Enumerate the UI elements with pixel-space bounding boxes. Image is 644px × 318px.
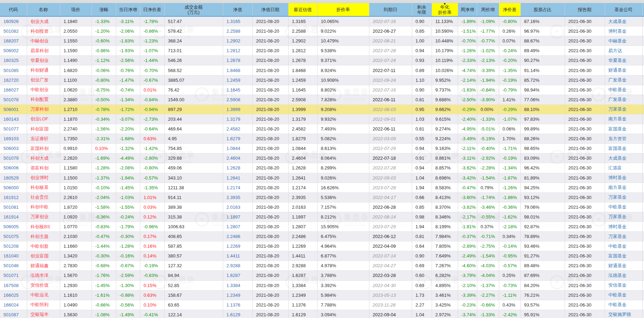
cell-company[interactable]: 博时基金 xyxy=(605,222,642,231)
cell-code[interactable]: 506002 xyxy=(0,46,27,56)
column-header-nav[interactable]: 净值 xyxy=(223,3,252,16)
cell-code[interactable]: 501208 xyxy=(0,241,27,251)
cell-company[interactable]: 汇添富 xyxy=(605,163,642,173)
cell-code[interactable]: 166027 xyxy=(0,85,27,95)
cell-nav[interactable]: 2.4582 xyxy=(223,124,252,134)
cell-company[interactable]: 富国基金 xyxy=(605,144,642,153)
cell-name[interactable]: 社会责任 xyxy=(27,192,60,202)
cell-code[interactable]: 501078 xyxy=(0,95,27,104)
cell-company[interactable]: 东方资管 xyxy=(605,134,642,144)
cell-name[interactable]: 中融创业 xyxy=(27,36,60,46)
cell-nav[interactable]: 2.9288 xyxy=(223,261,252,271)
cell-code[interactable]: 501081 xyxy=(0,202,27,212)
cell-code[interactable]: 161040 xyxy=(0,251,27,261)
cell-name[interactable]: 中欧创新 xyxy=(27,241,60,251)
cell-code[interactable]: 160926 xyxy=(0,16,27,26)
column-header-turnover[interactable]: 成交金额(万元) xyxy=(164,3,223,16)
cell-nav[interactable]: 1.1376 xyxy=(223,300,252,310)
cell-company[interactable]: 中欧基金 xyxy=(605,241,642,251)
cell-name[interactable]: 华夏创业 xyxy=(27,56,60,65)
cell-company[interactable]: 中欧基金 xyxy=(605,85,642,95)
cell-nav[interactable]: 1.2807 xyxy=(223,222,252,231)
cell-code[interactable]: 501046 xyxy=(0,261,27,271)
cell-name[interactable]: 创业大成 xyxy=(27,16,60,26)
cell-name[interactable]: 科创投资 xyxy=(27,26,60,36)
column-header-chg[interactable]: 涨幅 xyxy=(92,3,116,16)
cell-name[interactable]: 科创配置 xyxy=(27,95,60,104)
cell-nav[interactable]: 1.2628 xyxy=(223,163,252,173)
column-header-company[interactable]: 基金公司 xyxy=(605,3,642,16)
cell-name[interactable]: 科创中欧 xyxy=(27,202,60,212)
cell-name[interactable]: 交银瑞丰 xyxy=(27,310,60,318)
cell-company[interactable]: 泓德基金 xyxy=(605,271,642,280)
cell-name[interactable]: 中欧创业 xyxy=(27,85,60,95)
column-header-net_diff[interactable]: 净价差 xyxy=(499,3,520,16)
cell-name[interactable]: 科创板基 xyxy=(27,183,60,192)
column-header-report[interactable]: 报告期 xyxy=(565,3,605,16)
cell-code[interactable]: 169103 xyxy=(0,134,27,144)
cell-company[interactable]: 万家基金 xyxy=(605,212,642,222)
cell-company[interactable]: 财通基金 xyxy=(605,65,642,75)
cell-name[interactable]: 创业富国 xyxy=(27,251,60,261)
cell-nav[interactable]: 1.6129 xyxy=(223,310,252,318)
cell-company[interactable]: 财通基金 xyxy=(605,261,642,271)
cell-code[interactable]: 501077 xyxy=(0,124,27,134)
cell-company[interactable]: 富国基金 xyxy=(605,124,642,134)
cell-code[interactable]: 161914 xyxy=(0,212,27,222)
cell-name[interactable]: 泓德丰泽 xyxy=(27,271,60,280)
column-header-nav_date[interactable]: 净值日期 xyxy=(252,3,288,16)
cell-nav[interactable]: 1.2349 xyxy=(223,290,252,300)
column-header-discount[interactable]: 折价率 xyxy=(317,3,369,16)
cell-code[interactable]: 506006 xyxy=(0,163,27,173)
cell-code[interactable]: 166025 xyxy=(0,290,27,300)
cell-nav[interactable]: 2.2486 xyxy=(223,232,252,241)
cell-company[interactable]: 博时基金 xyxy=(605,26,642,36)
cell-code[interactable]: 162720 xyxy=(0,75,27,85)
cell-nav[interactable]: 1.6287 xyxy=(223,271,252,280)
cell-nav[interactable]: 1.8279 xyxy=(223,134,252,144)
cell-nav[interactable]: 1.2812 xyxy=(223,46,252,56)
cell-code[interactable]: 160143 xyxy=(0,114,27,124)
cell-code[interactable]: 166024 xyxy=(0,300,27,310)
cell-company[interactable]: 南方基金 xyxy=(605,183,642,192)
column-header-wk_net[interactable]: 周净增 xyxy=(458,3,477,16)
cell-code[interactable]: 501075 xyxy=(0,232,27,241)
cell-nav[interactable]: 2.3935 xyxy=(223,192,252,202)
column-header-code[interactable]: 代码 xyxy=(0,3,27,16)
cell-company[interactable]: 易方达 xyxy=(605,46,642,56)
cell-name[interactable]: 万家创业 xyxy=(27,212,60,222)
cell-nav[interactable]: 2.0163 xyxy=(223,202,252,212)
column-header-wk_price[interactable]: 周价增 xyxy=(477,3,499,16)
cell-company[interactable]: 交银施罗德 xyxy=(605,310,642,318)
cell-nav[interactable]: 2.5908 xyxy=(223,95,252,104)
cell-name[interactable]: 科创主题 xyxy=(27,232,60,241)
cell-nav[interactable]: 1.1645 xyxy=(223,85,252,95)
cell-name[interactable]: 科创大成 xyxy=(27,153,60,163)
cell-nav[interactable]: 1.0844 xyxy=(223,144,252,153)
cell-company[interactable]: 华夏基金 xyxy=(605,56,642,65)
cell-nav[interactable]: 2.4604 xyxy=(223,153,252,163)
cell-name[interactable]: 创业LOF xyxy=(27,114,60,124)
cell-name[interactable]: 富国科创 xyxy=(27,144,60,153)
cell-nav[interactable]: 1.3165 xyxy=(223,16,252,26)
cell-nav[interactable]: 1.2269 xyxy=(223,241,252,251)
cell-nav[interactable]: 1.2641 xyxy=(223,173,252,183)
cell-nav[interactable]: 1.1897 xyxy=(223,212,252,222)
cell-code[interactable]: 160325 xyxy=(0,56,27,65)
cell-company[interactable]: 广发基金 xyxy=(605,95,642,104)
cell-name[interactable]: 添富科创 xyxy=(27,163,60,173)
column-header-maturity[interactable]: 到期日 xyxy=(369,3,412,16)
cell-name[interactable]: 财通福鑫 xyxy=(27,261,60,271)
cell-name[interactable]: 易基科创 xyxy=(27,46,60,56)
cell-name[interactable]: 安信价值 xyxy=(27,280,60,290)
cell-code[interactable]: 167508 xyxy=(0,280,27,290)
cell-name[interactable]: 科创富国 xyxy=(27,124,60,134)
cell-nav[interactable]: 1.3999 xyxy=(223,104,252,114)
column-header-name[interactable]: 名称 xyxy=(27,3,60,16)
cell-company[interactable]: 大成基金 xyxy=(605,16,642,26)
cell-name[interactable]: 创业博时 xyxy=(27,173,60,183)
cell-code[interactable]: 506003 xyxy=(0,144,27,153)
cell-code[interactable]: 506005 xyxy=(0,222,27,231)
cell-company[interactable]: 大成基金 xyxy=(605,153,642,163)
cell-company[interactable]: 博时基金 xyxy=(605,173,642,183)
